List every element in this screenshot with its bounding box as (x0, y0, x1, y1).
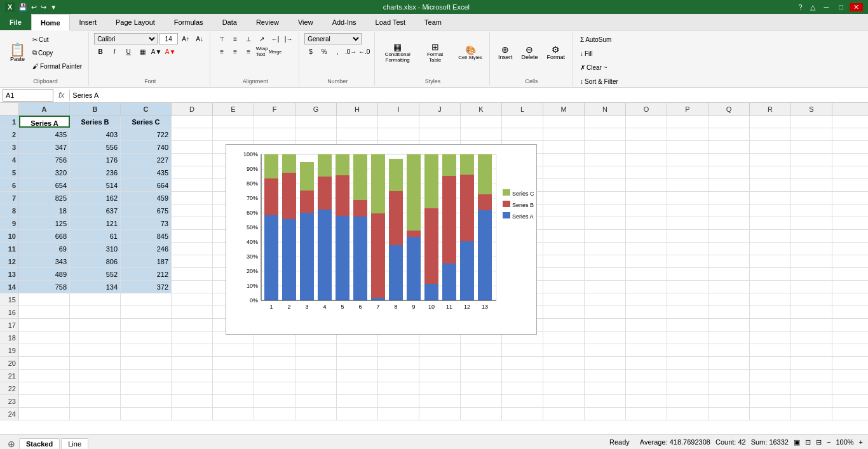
cell-F2[interactable] (254, 128, 295, 140)
cell-E20[interactable] (213, 357, 254, 369)
cell-M21[interactable] (543, 370, 585, 382)
cell-R3[interactable] (750, 141, 791, 153)
cell-N18[interactable] (585, 332, 626, 344)
cell-B5[interactable]: 236 (70, 166, 121, 178)
cell-P8[interactable] (667, 204, 709, 217)
cell-R15[interactable] (750, 293, 791, 305)
cell-P12[interactable] (667, 255, 709, 267)
cell-J19[interactable] (419, 344, 461, 356)
cell-Q21[interactable] (709, 370, 750, 382)
cell-D2[interactable] (172, 128, 213, 140)
cell-E21[interactable] (213, 370, 254, 382)
cell-Q19[interactable] (709, 344, 750, 356)
cell-C13[interactable]: 212 (121, 268, 172, 280)
cell-P9[interactable] (667, 217, 709, 229)
page-layout-view-btn[interactable]: ⊡ (805, 438, 811, 446)
cell-H19[interactable] (337, 344, 378, 356)
normal-view-btn[interactable]: ▣ (794, 438, 800, 446)
cell-A1[interactable]: Series A (19, 116, 70, 128)
cell-O12[interactable] (626, 255, 667, 267)
sheet-tab-line[interactable]: Line (61, 438, 88, 449)
cell-A17[interactable] (19, 319, 70, 331)
cell-A21[interactable] (19, 370, 70, 382)
cell-K20[interactable] (461, 357, 502, 369)
cell-E1[interactable] (213, 116, 254, 128)
cell-D13[interactable] (172, 268, 213, 280)
cell-A13[interactable]: 489 (19, 268, 70, 280)
col-header-G[interactable]: G (295, 103, 337, 115)
cell-C10[interactable]: 845 (121, 230, 172, 242)
cell-M1[interactable] (543, 116, 585, 128)
cell-M2[interactable] (543, 128, 585, 140)
cell-Q9[interactable] (709, 217, 750, 229)
quick-redo[interactable]: ↪ (41, 3, 46, 11)
cell-H20[interactable] (337, 357, 378, 369)
cell-B16[interactable] (70, 306, 121, 318)
cell-M19[interactable] (543, 344, 585, 356)
cell-M17[interactable] (543, 319, 585, 331)
cell-N14[interactable] (585, 281, 626, 293)
cell-S7[interactable] (791, 192, 832, 204)
cell-R21[interactable] (750, 370, 791, 382)
cell-N4[interactable] (585, 154, 626, 166)
align-top-btn[interactable]: ⊤ (215, 33, 228, 44)
cell-M5[interactable] (543, 166, 585, 178)
cell-R14[interactable] (750, 281, 791, 293)
cell-K19[interactable] (461, 344, 502, 356)
cell-C8[interactable]: 675 (121, 204, 172, 217)
align-right-btn[interactable]: ≡ (242, 46, 255, 57)
cell-C15[interactable] (121, 293, 172, 305)
row-number-14[interactable]: 14 (0, 281, 19, 293)
cell-E24[interactable] (213, 408, 254, 420)
cell-I23[interactable] (378, 395, 419, 407)
text-direction-btn[interactable]: ↗ (255, 33, 268, 44)
cell-D20[interactable] (172, 357, 213, 369)
cell-D10[interactable] (172, 230, 213, 242)
tab-view[interactable]: View (288, 13, 323, 30)
cell-Q10[interactable] (709, 230, 750, 242)
chart-container[interactable]: 0% 10% 20% 30% 40% 50% 60% 70% 80% 90% 1… (226, 144, 537, 335)
cell-Q22[interactable] (709, 382, 750, 394)
cell-J22[interactable] (419, 382, 461, 394)
cell-P4[interactable] (667, 154, 709, 166)
increase-font-btn[interactable]: A↑ (179, 33, 192, 44)
cell-K21[interactable] (461, 370, 502, 382)
sort-filter-button[interactable]: ↕ Sort & Filter (578, 75, 621, 88)
cell-B17[interactable] (70, 319, 121, 331)
row-number-23[interactable]: 23 (0, 395, 19, 407)
cell-M14[interactable] (543, 281, 585, 293)
cell-P23[interactable] (667, 395, 709, 407)
row-number-3[interactable]: 3 (0, 141, 19, 153)
cell-A3[interactable]: 347 (19, 141, 70, 153)
cell-B14[interactable]: 134 (70, 281, 121, 293)
cell-A24[interactable] (19, 408, 70, 420)
cell-J2[interactable] (419, 128, 461, 140)
cell-B23[interactable] (70, 395, 121, 407)
cell-N7[interactable] (585, 192, 626, 204)
cell-C2[interactable]: 722 (121, 128, 172, 140)
cell-S16[interactable] (791, 306, 832, 318)
cell-G20[interactable] (295, 357, 337, 369)
cell-D18[interactable] (172, 332, 213, 344)
close-btn[interactable]: ✕ (850, 3, 863, 11)
cell-P15[interactable] (667, 293, 709, 305)
row-number-6[interactable]: 6 (0, 179, 19, 191)
cell-M6[interactable] (543, 179, 585, 191)
delete-button[interactable]: ⊖ Delete (518, 33, 541, 72)
cell-Q18[interactable] (709, 332, 750, 344)
cell-B3[interactable]: 556 (70, 141, 121, 153)
cell-M11[interactable] (543, 243, 585, 255)
cell-B4[interactable]: 176 (70, 154, 121, 166)
cell-N3[interactable] (585, 141, 626, 153)
row-number-10[interactable]: 10 (0, 230, 19, 242)
col-header-M[interactable]: M (543, 103, 585, 115)
cell-O4[interactable] (626, 154, 667, 166)
cell-C9[interactable]: 73 (121, 217, 172, 229)
cell-O10[interactable] (626, 230, 667, 242)
tab-team[interactable]: Team (415, 13, 451, 30)
cell-O3[interactable] (626, 141, 667, 153)
cell-B2[interactable]: 403 (70, 128, 121, 140)
align-middle-btn[interactable]: ≡ (229, 33, 241, 44)
cell-Q6[interactable] (709, 179, 750, 191)
col-header-C[interactable]: C (121, 103, 172, 115)
